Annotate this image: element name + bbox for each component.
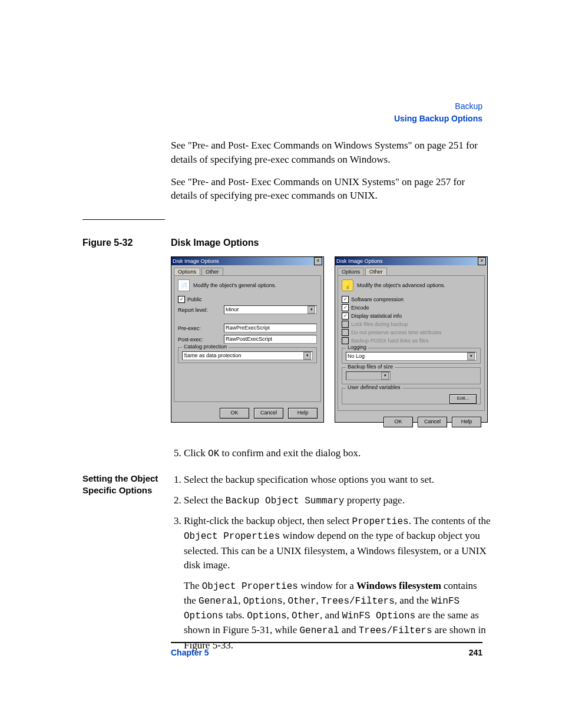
close-icon[interactable]: × <box>314 257 322 265</box>
chevron-down-icon: ▾ <box>467 353 475 360</box>
lbl-lock-files: Lock files during backup <box>351 321 408 327</box>
lbl-encode: Encode <box>351 305 369 311</box>
logging-value: No Log <box>348 353 365 360</box>
lbl-software-compression: Software compression <box>351 297 404 302</box>
backup-size-title: Backup files of size <box>346 364 395 370</box>
step5-list: Click OK to confirm and exit the dialog … <box>171 446 491 461</box>
cancel-button[interactable]: Cancel <box>418 417 447 427</box>
userdef-title: User defined variables <box>346 384 402 390</box>
header-breadcrumb: Backup <box>394 100 482 113</box>
tab-other-left[interactable]: Other <box>201 268 223 275</box>
report-level-dropdown[interactable]: Minor ▾ <box>224 305 317 314</box>
logging-group-title: Logging <box>346 344 368 350</box>
separator <box>82 219 165 220</box>
help-button[interactable]: Help <box>288 408 318 419</box>
report-level-label: Report level: <box>178 307 224 313</box>
figure-title: Disk Image Options <box>171 238 259 248</box>
logging-group: Logging No Log ▾ <box>342 348 481 364</box>
lbl-display-stats: Display statistical info <box>351 313 402 319</box>
lbl-preserve-atime: Do not preserve access time attributes <box>351 330 442 335</box>
edit-button[interactable]: Edit... <box>449 394 477 404</box>
figure-label: Figure 5-32 <box>82 238 171 248</box>
sidebar-heading: Setting the Object Specific Options <box>82 473 171 658</box>
step1: Select the backup specification whose op… <box>184 473 491 487</box>
chk-lock-files <box>342 321 349 328</box>
content-left: 📄 Modify the object's general options. ✓… <box>174 275 321 402</box>
backup-size-group: Backup files of size ▾ <box>342 367 481 384</box>
public-checkbox[interactable]: ✓ <box>178 296 185 303</box>
step5: Click OK to confirm and exit the dialog … <box>184 446 491 461</box>
step2: Select the Backup Object Summary propert… <box>184 493 491 508</box>
preexec-label: Pre-exec: <box>178 325 224 331</box>
disk-image-options-dialog-general: Disk Image Options × Options Other 📄 Mod… <box>171 256 324 423</box>
userdef-group: User defined variables Edit... <box>342 388 481 404</box>
postexec-value: RawPostExecScript <box>226 335 272 343</box>
figure-heading: Figure 5-32 Disk Image Options <box>82 238 491 248</box>
backup-size-dropdown: ▾ <box>346 371 391 380</box>
dialog-screenshots: Disk Image Options × Options Other 📄 Mod… <box>171 256 491 423</box>
tab-options-left[interactable]: Options <box>174 268 200 275</box>
button-row-right: OK Cancel Help <box>335 413 487 431</box>
button-row-left: OK Cancel Help <box>171 404 323 422</box>
chk-encode[interactable]: ✓ <box>342 304 349 311</box>
message-right: Modify the object's advanced options. <box>357 282 445 288</box>
intro-p1: See "Pre- and Post- Exec Commands on Win… <box>171 139 491 167</box>
intro-p2: See "Pre- and Post- Exec Commands on UNI… <box>171 175 491 203</box>
chevron-down-icon: ▾ <box>303 352 311 360</box>
tabrow-right: Options Other <box>335 265 487 275</box>
window-title-right: Disk Image Options <box>336 258 383 264</box>
step3: Right-click the backup object, then sele… <box>184 514 491 653</box>
preexec-value: RawPreExecScript <box>226 324 270 332</box>
catalog-group-title: Catalog protection <box>182 344 229 350</box>
preexec-input[interactable]: RawPreExecScript <box>224 324 317 332</box>
close-icon[interactable]: × <box>478 257 486 265</box>
window-title-left: Disk Image Options <box>173 258 219 264</box>
public-label: Public <box>187 297 202 302</box>
chk-software-compression[interactable]: ✓ <box>342 296 349 303</box>
tabrow-left: Options Other <box>171 265 323 275</box>
page-icon: 📄 <box>178 279 190 291</box>
catalog-protection-group: Catalog protection Same as data protecti… <box>178 347 317 363</box>
ok-button[interactable]: OK <box>220 408 249 419</box>
setting-options-section: Setting the Object Specific Options Sele… <box>82 473 491 658</box>
catalog-value: Same as data protection <box>184 352 242 360</box>
lbl-hardlinks: Backup POSIX hard links as files <box>351 338 429 344</box>
steps-list: Select the backup specification whose op… <box>171 473 491 653</box>
page-header: Backup Using Backup Options <box>394 100 482 125</box>
page-number: 241 <box>469 648 482 657</box>
titlebar-left: Disk Image Options × <box>171 257 323 265</box>
ok-button[interactable]: OK <box>384 417 413 427</box>
report-level-value: Minor <box>226 306 239 314</box>
titlebar-right: Disk Image Options × <box>335 257 487 265</box>
catalog-dropdown[interactable]: Same as data protection ▾ <box>182 351 313 360</box>
tab-other-right[interactable]: Other <box>365 268 387 275</box>
intro-text: See "Pre- and Post- Exec Commands on Win… <box>171 139 491 203</box>
lightbulb-icon: 💡 <box>342 279 353 291</box>
chk-hardlinks <box>342 337 349 344</box>
chapter-ref: Chapter 5 <box>171 648 209 657</box>
chevron-down-icon: ▾ <box>381 372 389 380</box>
chk-display-stats[interactable]: ✓ <box>342 312 349 319</box>
header-section: Using Backup Options <box>394 113 482 125</box>
step5-row: Click OK to confirm and exit the dialog … <box>82 446 491 467</box>
postexec-input[interactable]: RawPostExecScript <box>224 335 317 344</box>
postexec-label: Post-exec: <box>178 337 224 342</box>
content-right: 💡 Modify the object's advanced options. … <box>338 275 485 411</box>
chevron-down-icon: ▾ <box>308 306 315 314</box>
logging-dropdown[interactable]: No Log ▾ <box>346 352 477 361</box>
chk-preserve-atime <box>342 329 349 336</box>
cancel-button[interactable]: Cancel <box>254 408 283 419</box>
tab-options-right[interactable]: Options <box>338 268 364 275</box>
disk-image-options-dialog-other: Disk Image Options × Options Other 💡 Mod… <box>335 256 488 423</box>
message-left: Modify the object's general options. <box>193 282 276 288</box>
help-button[interactable]: Help <box>452 417 481 427</box>
page-footer: Chapter 5 241 <box>171 642 482 657</box>
page: Backup Using Backup Options See "Pre- an… <box>0 0 562 728</box>
